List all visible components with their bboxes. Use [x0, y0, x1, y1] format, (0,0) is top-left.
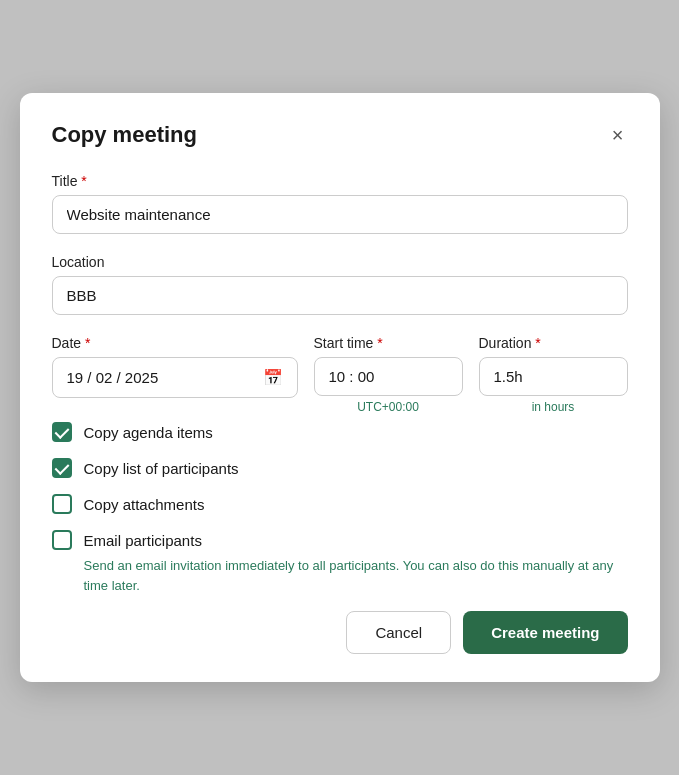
date-input-wrap[interactable]: 📅: [52, 357, 298, 398]
copy-participants-checkbox[interactable]: [52, 458, 72, 478]
modal-footer: Cancel Create meeting: [52, 611, 628, 654]
date-label: Date *: [52, 335, 298, 351]
title-label: Title *: [52, 173, 628, 189]
title-input[interactable]: [52, 195, 628, 234]
modal-header: Copy meeting ×: [52, 121, 628, 149]
cancel-button[interactable]: Cancel: [346, 611, 451, 654]
email-participants-label[interactable]: Email participants: [84, 532, 202, 549]
copy-agenda-row: Copy agenda items: [52, 422, 628, 442]
copy-attachments-checkbox[interactable]: [52, 494, 72, 514]
location-field-group: Location: [52, 254, 628, 315]
copy-attachments-row: Copy attachments: [52, 494, 628, 514]
copy-meeting-modal: Copy meeting × Title * Location Date *: [20, 93, 660, 682]
email-description: Send an email invitation immediately to …: [84, 556, 628, 595]
modal-overlay: Copy meeting × Title * Location Date *: [0, 0, 679, 775]
create-meeting-button[interactable]: Create meeting: [463, 611, 627, 654]
duration-unit-label: in hours: [479, 400, 628, 414]
copy-participants-row: Copy list of participants: [52, 458, 628, 478]
checkboxes-section: Copy agenda items Copy list of participa…: [52, 422, 628, 595]
duration-label: Duration *: [479, 335, 628, 351]
calendar-icon[interactable]: 📅: [263, 368, 283, 387]
close-button[interactable]: ×: [608, 121, 628, 149]
location-input[interactable]: [52, 276, 628, 315]
date-input[interactable]: [67, 369, 257, 386]
title-field-group: Title *: [52, 173, 628, 234]
start-time-input[interactable]: [314, 357, 463, 396]
date-field: Date * 📅: [52, 335, 298, 414]
duration-input[interactable]: [479, 357, 628, 396]
duration-field: Duration * in hours: [479, 335, 628, 414]
copy-attachments-label[interactable]: Copy attachments: [84, 496, 205, 513]
start-time-field: Start time * UTC+00:00: [314, 335, 463, 414]
copy-agenda-label[interactable]: Copy agenda items: [84, 424, 213, 441]
copy-participants-label[interactable]: Copy list of participants: [84, 460, 239, 477]
location-label: Location: [52, 254, 628, 270]
modal-title: Copy meeting: [52, 122, 197, 148]
start-time-label: Start time *: [314, 335, 463, 351]
email-participants-checkbox[interactable]: [52, 530, 72, 550]
timezone-label: UTC+00:00: [314, 400, 463, 414]
copy-agenda-checkbox[interactable]: [52, 422, 72, 442]
date-time-row: Date * 📅 Start time * UTC+00:00: [52, 335, 628, 414]
email-participants-row: Email participants: [52, 530, 628, 550]
